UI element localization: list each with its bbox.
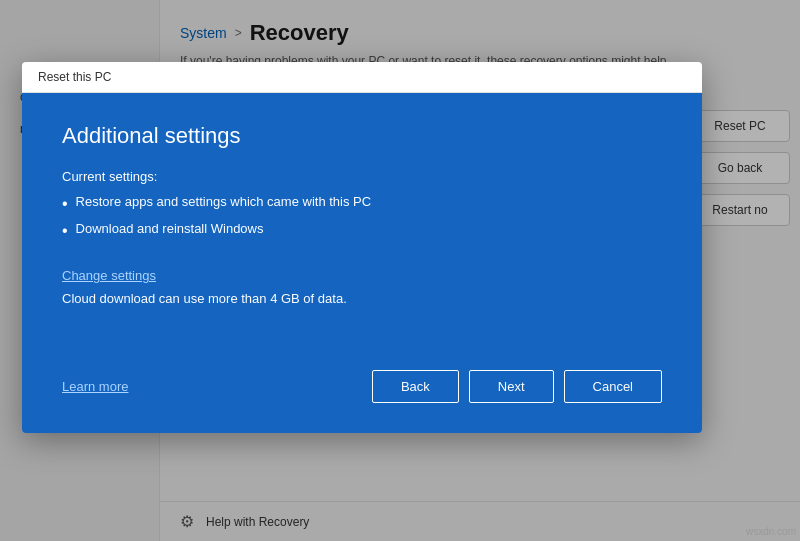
back-button[interactable]: Back <box>372 370 459 403</box>
dialog-title-bar: Reset this PC <box>22 62 702 93</box>
dialog-body: Additional settings Current settings: Re… <box>22 93 702 433</box>
reset-pc-dialog: Reset this PC Additional settings Curren… <box>22 62 702 433</box>
next-button[interactable]: Next <box>469 370 554 403</box>
dialog-footer: Learn more Back Next Cancel <box>62 370 662 403</box>
change-settings-link[interactable]: Change settings <box>62 268 662 283</box>
dialog-buttons: Back Next Cancel <box>372 370 662 403</box>
learn-more-link[interactable]: Learn more <box>62 379 128 394</box>
list-item: Download and reinstall Windows <box>62 221 662 240</box>
dialog-note: Cloud download can use more than 4 GB of… <box>62 291 662 306</box>
cancel-button[interactable]: Cancel <box>564 370 662 403</box>
current-settings-label: Current settings: <box>62 169 662 184</box>
watermark: wsxdn.com <box>746 526 796 537</box>
dialog-main-title: Additional settings <box>62 123 662 149</box>
list-item: Restore apps and settings which came wit… <box>62 194 662 213</box>
settings-list: Restore apps and settings which came wit… <box>62 194 662 248</box>
